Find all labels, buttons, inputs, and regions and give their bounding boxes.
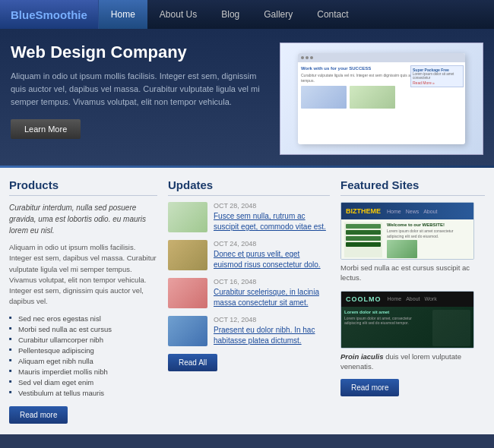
- nav-logo: BlueSmoothie: [0, 0, 99, 29]
- featured-image-2: COOLMO Home About Work Lorem dolor sit a…: [340, 291, 474, 349]
- update-date-4: OCT 12, 2048: [214, 316, 330, 323]
- update-link-2[interactable]: Donec et purus velit, eget euismod risus…: [214, 249, 330, 270]
- featured-image-1: BIZTHEME Home News About We: [340, 202, 474, 260]
- update-link-1[interactable]: Fusce sem nulla, rutrum ac suscipit eget…: [214, 211, 330, 232]
- update-item: OCT 24, 2048 Donec et purus velit, eget …: [168, 240, 330, 270]
- nav-item-contact[interactable]: Contact: [305, 0, 360, 29]
- update-item: OCT 28, 2048 Fusce sem nulla, rutrum ac …: [168, 202, 330, 232]
- products-body: Aliquam in odio ut ipsum mollis facilisi…: [9, 242, 157, 308]
- featured-logo-2: COOLMO: [346, 295, 382, 303]
- featured-caption-1: Morbi sed nulla ac est cursus suscipit a…: [340, 263, 485, 283]
- featured-logo-1: BIZTHEME: [346, 207, 381, 215]
- update-image-3: [168, 278, 207, 308]
- nav-item-home[interactable]: Home: [99, 0, 147, 29]
- list-item: Curabitur ullamcorper nibh: [9, 335, 157, 345]
- featured-read-more-button[interactable]: Read more: [340, 379, 399, 396]
- hero-learn-more-button[interactable]: Learn More: [11, 119, 81, 139]
- products-title: Products: [9, 178, 157, 196]
- nav-item-gallery[interactable]: Gallery: [252, 0, 305, 29]
- featured-caption-italic: Proin iaculis: [340, 352, 384, 361]
- update-link-4[interactable]: Praesent eu dolor nibh. In hac habitasse…: [214, 325, 330, 346]
- nav-item-blog[interactable]: Blog: [209, 0, 252, 29]
- update-image-1: [168, 202, 207, 232]
- update-image-2: [168, 240, 207, 270]
- hero-section: Web Design Company Aliquam in odio ut ip…: [0, 29, 494, 166]
- hero-body: Aliquam in odio ut ipsum mollis facilisi…: [11, 70, 271, 109]
- products-read-more-button[interactable]: Read more: [9, 406, 68, 424]
- update-date-3: OCT 16, 2048: [214, 278, 330, 286]
- featured-site-2-title: Lorem dolor sit amet: [344, 310, 428, 314]
- products-list: Sed nec eros egestas nisl Morbi sed null…: [9, 314, 157, 399]
- nav-item-about[interactable]: About Us: [147, 0, 209, 29]
- featured-column: Featured Sites BIZTHEME Home News About: [340, 178, 485, 424]
- list-item: Mauris imperdiet mollis nibh: [9, 367, 157, 377]
- updates-column: Updates OCT 28, 2048 Fusce sem nulla, ru…: [168, 178, 330, 424]
- navbar: BlueSmoothie Home About Us Blog Gallery …: [0, 0, 494, 29]
- list-item: Aliquam eget nibh nulla: [9, 356, 157, 367]
- featured-site-2: COOLMO Home About Work Lorem dolor sit a…: [340, 291, 485, 372]
- list-item: Sed nec eros egestas nisl: [9, 314, 157, 324]
- nav-items: Home About Us Blog Gallery Contact: [99, 0, 361, 29]
- update-item: OCT 12, 2048 Praesent eu dolor nibh. In …: [168, 316, 330, 346]
- updates-read-all-button[interactable]: Read All: [168, 354, 217, 371]
- update-date-2: OCT 24, 2048: [214, 240, 330, 248]
- list-item: Morbi sed nulla ac est cursus: [9, 324, 157, 335]
- hero-text: Web Design Company Aliquam in odio ut ip…: [11, 43, 271, 155]
- update-link-3[interactable]: Curabitur scelerisque, in lacinia massa …: [214, 287, 330, 308]
- list-item: Sed vel diam eget enim: [9, 377, 157, 388]
- featured-title: Featured Sites: [340, 178, 485, 196]
- list-item: Pellentesque adipiscing: [9, 345, 157, 356]
- featured-caption-2: Proin iaculis duis vel lorem vulputate v…: [340, 352, 485, 372]
- featured-site-welcome: Welcome to our WEBSITE!: [387, 222, 470, 227]
- list-item: Vestibulum at tellus mauris: [9, 388, 157, 399]
- update-date-1: OCT 28, 2048: [214, 202, 330, 210]
- hero-image: Work with us for your SUCCESS Curabitur …: [280, 43, 483, 155]
- update-item: OCT 16, 2048 Curabitur scelerisque, in l…: [168, 278, 330, 308]
- products-highlight: Curabitur interdum, nulla sed posuere gr…: [9, 202, 157, 236]
- featured-site-1: BIZTHEME Home News About We: [340, 202, 485, 283]
- content-section: Products Curabitur interdum, nulla sed p…: [0, 168, 494, 434]
- updates-title: Updates: [168, 178, 330, 196]
- update-image-4: [168, 316, 207, 346]
- products-column: Products Curabitur interdum, nulla sed p…: [9, 178, 157, 424]
- hero-title: Web Design Company: [11, 43, 271, 62]
